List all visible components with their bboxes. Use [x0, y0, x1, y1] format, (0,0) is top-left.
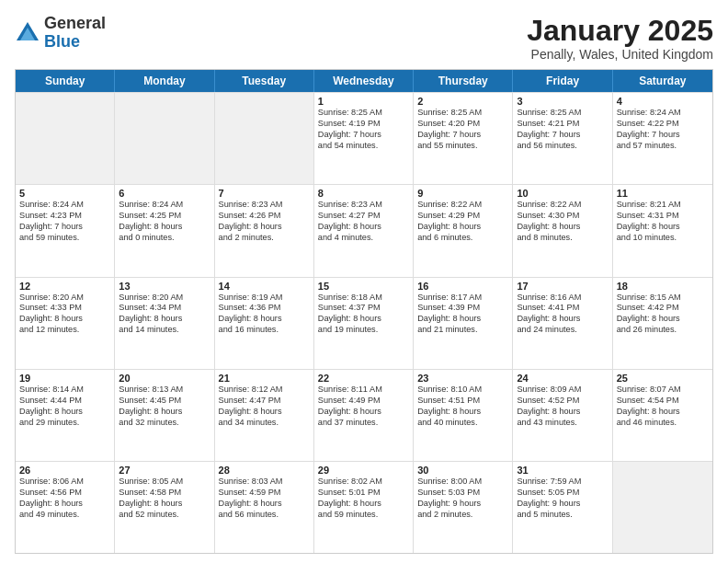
cell-line: and 59 minutes.: [318, 510, 409, 521]
cell-line: Sunset: 4:42 PM: [617, 303, 709, 314]
day-cell-13: 13Sunrise: 8:20 AMSunset: 4:34 PMDayligh…: [115, 278, 214, 369]
header-day-friday: Friday: [513, 70, 612, 92]
day-number: 25: [617, 373, 709, 384]
subtitle: Penally, Wales, United Kingdom: [527, 47, 713, 62]
header-day-thursday: Thursday: [414, 70, 513, 92]
cell-line: Sunset: 4:19 PM: [318, 119, 409, 130]
day-number: 11: [617, 188, 709, 199]
cell-line: Sunset: 4:59 PM: [219, 488, 310, 499]
cell-line: Sunrise: 8:23 AM: [318, 200, 409, 211]
cell-line: Sunset: 4:36 PM: [219, 303, 310, 314]
day-number: 13: [119, 281, 210, 292]
day-number: 10: [517, 188, 608, 199]
cell-line: Sunset: 4:29 PM: [417, 211, 508, 222]
cell-line: Daylight: 8 hours: [219, 499, 310, 510]
calendar-row-4: 19Sunrise: 8:14 AMSunset: 4:44 PMDayligh…: [16, 369, 712, 461]
cell-line: Sunset: 4:44 PM: [19, 396, 110, 407]
cell-line: Daylight: 8 hours: [219, 407, 310, 418]
cell-line: Sunset: 5:01 PM: [318, 488, 409, 499]
cell-line: Sunset: 4:54 PM: [617, 396, 709, 407]
title-block: January 2025 Penally, Wales, United King…: [527, 15, 713, 62]
day-number: 9: [417, 188, 508, 199]
cell-line: Sunset: 4:27 PM: [318, 211, 409, 222]
day-cell-9: 9Sunrise: 8:22 AMSunset: 4:29 PMDaylight…: [414, 185, 513, 276]
day-cell-2: 2Sunrise: 8:25 AMSunset: 4:20 PMDaylight…: [414, 93, 513, 184]
logo-text: General Blue: [44, 15, 106, 52]
cell-line: Sunset: 4:23 PM: [19, 211, 110, 222]
cell-line: Daylight: 8 hours: [19, 314, 110, 325]
day-cell-24: 24Sunrise: 8:09 AMSunset: 4:52 PMDayligh…: [513, 370, 612, 461]
day-cell-19: 19Sunrise: 8:14 AMSunset: 4:44 PMDayligh…: [16, 370, 115, 461]
cell-line: Sunrise: 8:15 AM: [617, 293, 709, 304]
cell-line: Sunrise: 8:25 AM: [417, 108, 508, 119]
cell-line: Sunrise: 8:24 AM: [19, 200, 110, 211]
empty-cell: [613, 462, 712, 553]
cell-line: Daylight: 8 hours: [617, 407, 709, 418]
cell-line: Sunrise: 8:11 AM: [318, 385, 409, 396]
cell-line: Sunrise: 8:05 AM: [119, 477, 210, 488]
cell-line: Sunset: 5:05 PM: [517, 488, 608, 499]
month-title: January 2025: [527, 15, 713, 47]
day-number: 6: [119, 188, 210, 199]
cell-line: and 49 minutes.: [19, 510, 110, 521]
day-cell-28: 28Sunrise: 8:03 AMSunset: 4:59 PMDayligh…: [215, 462, 314, 553]
cell-line: and 34 minutes.: [219, 418, 310, 429]
cell-line: Sunset: 4:30 PM: [517, 211, 608, 222]
cell-line: Daylight: 8 hours: [517, 314, 608, 325]
cell-line: Sunset: 4:33 PM: [19, 303, 110, 314]
cell-line: Daylight: 8 hours: [219, 314, 310, 325]
cell-line: and 52 minutes.: [119, 510, 210, 521]
calendar-row-1: 1Sunrise: 8:25 AMSunset: 4:19 PMDaylight…: [16, 92, 712, 184]
cell-line: Daylight: 8 hours: [318, 314, 409, 325]
cell-line: Daylight: 9 hours: [517, 499, 608, 510]
day-cell-20: 20Sunrise: 8:13 AMSunset: 4:45 PMDayligh…: [115, 370, 214, 461]
cell-line: Sunrise: 8:20 AM: [19, 293, 110, 304]
empty-cell: [215, 93, 314, 184]
cell-line: Daylight: 8 hours: [417, 314, 508, 325]
cell-line: and 37 minutes.: [318, 418, 409, 429]
header-day-saturday: Saturday: [613, 70, 712, 92]
cell-line: Daylight: 9 hours: [417, 499, 508, 510]
day-number: 4: [617, 96, 709, 107]
cell-line: Sunrise: 8:14 AM: [19, 385, 110, 396]
cell-line: Sunrise: 8:12 AM: [219, 385, 310, 396]
day-number: 5: [19, 188, 110, 199]
day-number: 24: [517, 373, 608, 384]
cell-line: and 21 minutes.: [417, 325, 508, 336]
header-day-monday: Monday: [115, 70, 214, 92]
cell-line: Sunset: 4:49 PM: [318, 396, 409, 407]
cell-line: and 0 minutes.: [119, 233, 210, 244]
cell-line: Sunrise: 8:03 AM: [219, 477, 310, 488]
cell-line: Sunrise: 8:09 AM: [517, 385, 608, 396]
day-cell-16: 16Sunrise: 8:17 AMSunset: 4:39 PMDayligh…: [414, 278, 513, 369]
calendar: SundayMondayTuesdayWednesdayThursdayFrid…: [15, 69, 713, 554]
cell-line: Daylight: 8 hours: [617, 222, 709, 233]
day-number: 23: [417, 373, 508, 384]
cell-line: Daylight: 8 hours: [517, 407, 608, 418]
day-cell-25: 25Sunrise: 8:07 AMSunset: 4:54 PMDayligh…: [613, 370, 712, 461]
calendar-row-2: 5Sunrise: 8:24 AMSunset: 4:23 PMDaylight…: [16, 184, 712, 276]
cell-line: and 43 minutes.: [517, 418, 608, 429]
day-number: 31: [517, 465, 608, 476]
calendar-row-5: 26Sunrise: 8:06 AMSunset: 4:56 PMDayligh…: [16, 461, 712, 553]
day-number: 18: [617, 281, 709, 292]
cell-line: and 8 minutes.: [517, 233, 608, 244]
header-day-sunday: Sunday: [16, 70, 115, 92]
cell-line: and 5 minutes.: [517, 510, 608, 521]
cell-line: Sunrise: 8:13 AM: [119, 385, 210, 396]
cell-line: Sunrise: 8:25 AM: [318, 108, 409, 119]
cell-line: Sunrise: 8:10 AM: [417, 385, 508, 396]
cell-line: Daylight: 8 hours: [318, 499, 409, 510]
cell-line: Sunset: 4:45 PM: [119, 396, 210, 407]
calendar-body: 1Sunrise: 8:25 AMSunset: 4:19 PMDaylight…: [16, 92, 712, 553]
day-cell-6: 6Sunrise: 8:24 AMSunset: 4:25 PMDaylight…: [115, 185, 214, 276]
day-number: 1: [318, 96, 409, 107]
day-cell-29: 29Sunrise: 8:02 AMSunset: 5:01 PMDayligh…: [314, 462, 414, 553]
cell-line: Sunrise: 8:22 AM: [417, 200, 508, 211]
cell-line: Daylight: 7 hours: [19, 222, 110, 233]
day-cell-23: 23Sunrise: 8:10 AMSunset: 4:51 PMDayligh…: [414, 370, 513, 461]
day-number: 15: [318, 281, 409, 292]
cell-line: Sunrise: 8:07 AM: [617, 385, 709, 396]
day-number: 29: [318, 465, 409, 476]
cell-line: Daylight: 8 hours: [517, 222, 608, 233]
